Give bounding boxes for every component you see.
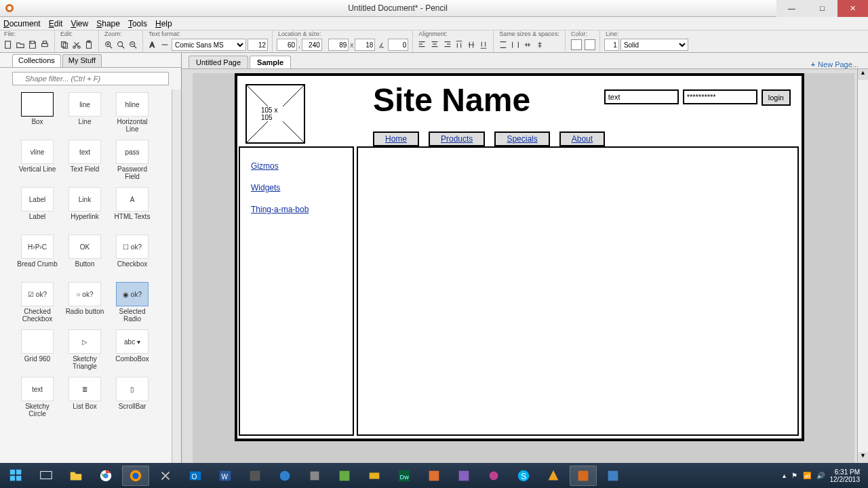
print-icon[interactable] — [39, 39, 50, 50]
username-field[interactable] — [604, 89, 679, 104]
loc-x-input[interactable] — [277, 39, 297, 51]
app-icon-9[interactable] — [540, 466, 567, 486]
nav-about[interactable]: About — [559, 131, 605, 146]
page-tab-sample[interactable]: Sample — [250, 56, 291, 68]
save-file-icon[interactable] — [27, 39, 38, 50]
menu-shape[interactable]: Shape — [96, 19, 120, 28]
size-w-input[interactable] — [328, 39, 349, 51]
menu-tools[interactable]: Tools — [128, 19, 147, 28]
login-button[interactable]: login — [762, 89, 791, 106]
canvas-scrollbar[interactable]: ▲ ▼ — [857, 69, 868, 463]
size-a-input[interactable] — [388, 39, 408, 51]
font-select[interactable]: Comic Sans MS — [172, 39, 246, 51]
zoom-reset-icon[interactable] — [115, 39, 126, 50]
shape-text-field[interactable]: textText Field — [64, 140, 106, 180]
nav-products[interactable]: Products — [429, 131, 485, 146]
volume-icon[interactable]: 🔊 — [816, 472, 825, 479]
new-page-button[interactable]: + New Page... — [811, 60, 863, 68]
app-icon-2[interactable] — [271, 466, 298, 486]
text-color-icon[interactable]: A — [147, 39, 158, 50]
align-center-icon[interactable] — [429, 39, 440, 50]
nav-home[interactable]: Home — [373, 131, 419, 146]
image-placeholder[interactable]: 105 x 105 — [245, 84, 305, 144]
dreamweaver-icon[interactable]: Dw — [391, 466, 418, 486]
app-icon-5[interactable] — [361, 466, 388, 486]
menu-view[interactable]: View — [71, 19, 88, 28]
size-h-input[interactable] — [355, 39, 375, 51]
shape-password-field[interactable]: passPassword Field — [111, 140, 153, 180]
side-link-thingamabob[interactable]: Thing-a-ma-bob — [251, 205, 342, 214]
shape-checkbox[interactable]: ☐ ok?Checkbox — [111, 235, 153, 275]
content-column[interactable] — [357, 146, 799, 436]
shapes-scrollbar[interactable] — [172, 89, 181, 463]
shape-scrollbar[interactable]: ▯ScrollBar — [111, 377, 153, 418]
shape-horizontal-line[interactable]: hlineHorizontal Line — [111, 92, 153, 133]
sidebar-column[interactable]: Gizmos Widgets Thing-a-ma-bob — [239, 146, 354, 436]
menu-edit[interactable]: Edit — [49, 19, 63, 28]
pencil-taskbar-icon[interactable] — [570, 466, 597, 486]
cut-icon[interactable] — [71, 39, 82, 50]
shape-label[interactable]: LabelLabel — [16, 187, 58, 228]
loc-y-input[interactable] — [302, 39, 322, 51]
shape-filter-input[interactable] — [12, 72, 169, 85]
shape-sketchy-circle[interactable]: textSketchy Circle — [16, 377, 58, 418]
close-button[interactable]: ✕ — [837, 0, 868, 17]
side-link-widgets[interactable]: Widgets — [251, 183, 342, 192]
same-height-icon[interactable] — [510, 39, 521, 50]
copy-icon[interactable] — [59, 39, 70, 50]
page-tab-untitled[interactable]: Untitled Page — [189, 56, 248, 68]
zoom-in-icon[interactable] — [103, 39, 114, 50]
start-button[interactable] — [3, 466, 30, 486]
tray-up-icon[interactable]: ▴ — [783, 472, 786, 479]
line-style-select[interactable]: Solid — [620, 39, 688, 51]
paste-icon[interactable] — [83, 39, 94, 50]
shape-hyperlink[interactable]: LinkHyperlink — [64, 187, 106, 228]
line-width-input[interactable] — [604, 39, 619, 51]
font-size-input[interactable] — [248, 39, 268, 51]
nav-specials[interactable]: Specials — [494, 131, 549, 146]
app-icon-4[interactable] — [331, 466, 358, 486]
skype-icon[interactable]: S — [510, 466, 537, 486]
fill-color-swatch[interactable] — [571, 39, 582, 50]
new-file-icon[interactable] — [3, 39, 14, 50]
shape-box[interactable]: Box — [16, 92, 58, 133]
align-left-icon[interactable] — [417, 39, 428, 50]
chrome-icon[interactable] — [92, 466, 119, 486]
task-view-icon[interactable] — [33, 466, 60, 486]
shape-selected-radio[interactable]: ◉ ok?Selected Radio — [111, 282, 153, 323]
outlook-icon[interactable]: O — [182, 466, 209, 486]
align-bottom-icon[interactable] — [478, 39, 489, 50]
network-icon[interactable]: 📶 — [803, 472, 811, 479]
scroll-up-icon[interactable]: ▲ — [858, 69, 868, 80]
same-width-icon[interactable] — [498, 39, 509, 50]
flag-icon[interactable]: ⚑ — [791, 472, 797, 479]
menu-document[interactable]: Document — [3, 19, 41, 28]
open-file-icon[interactable] — [15, 39, 26, 50]
explorer-icon[interactable] — [62, 466, 90, 486]
shape-html-texts[interactable]: AHTML Texts — [111, 187, 153, 228]
scroll-down-icon[interactable]: ▼ — [858, 452, 868, 463]
shape-vertical-line[interactable]: vlineVertical Line — [16, 140, 58, 180]
shape-line[interactable]: lineLine — [64, 92, 106, 133]
shape-bread-crumb[interactable]: H›P›CBread Crumb — [16, 235, 58, 275]
firefox-icon[interactable] — [122, 466, 149, 486]
snip-icon[interactable] — [152, 466, 179, 486]
shape-button[interactable]: OKButton — [64, 235, 106, 275]
space-h-icon[interactable] — [522, 39, 533, 50]
align-top-icon[interactable] — [454, 39, 465, 50]
app-icon-6[interactable] — [420, 466, 448, 486]
system-tray[interactable]: ▴ ⚑ 📶 🔊 6:31 PM 12/2/2013 — [783, 468, 866, 483]
canvas[interactable]: 105 x 105 Site Name login Home Products … — [182, 69, 868, 463]
stroke-color-swatch[interactable] — [585, 39, 595, 50]
mockup-page[interactable]: 105 x 105 Site Name login Home Products … — [237, 76, 802, 439]
space-v-icon[interactable] — [534, 39, 545, 50]
menu-help[interactable]: Help — [155, 19, 172, 28]
zoom-out-icon[interactable] — [127, 39, 138, 50]
app-icon-3[interactable] — [301, 466, 328, 486]
align-right-icon[interactable] — [441, 39, 452, 50]
text-style-icon[interactable] — [159, 39, 170, 50]
app-icon-10[interactable] — [599, 466, 627, 486]
tab-collections[interactable]: Collections — [12, 54, 61, 67]
word-icon[interactable]: W — [212, 466, 239, 486]
app-icon-7[interactable] — [450, 466, 477, 486]
